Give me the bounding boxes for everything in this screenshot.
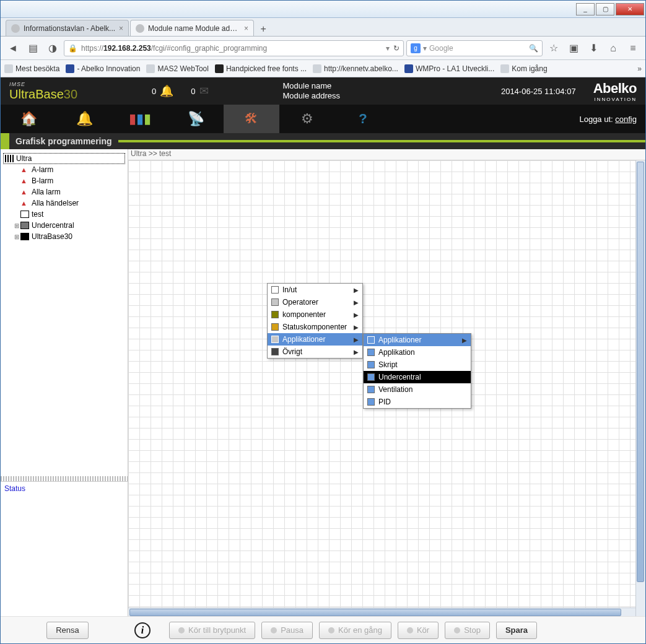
browser-tab[interactable]: Informationstavlan - Abelk... × [6, 20, 129, 36]
library-icon[interactable]: ▣ [565, 40, 582, 57]
nav-home[interactable]: 🏠 [1, 105, 56, 133]
alarm-badge[interactable]: 0🔔 [152, 84, 173, 98]
context-menu-item[interactable]: PID [364, 396, 471, 408]
section-title: Grafisk programmering [15, 136, 112, 146]
tree[interactable]: Ultra▲A-larm▲B-larm▲Alla larm▲Alla hände… [1, 149, 128, 476]
submenu-arrow-icon: ▶ [354, 349, 359, 355]
nav-settings[interactable]: ⚙ [279, 105, 335, 133]
tree-item[interactable]: ▲A-larm [3, 164, 125, 175]
tree-item[interactable]: ▲Alla händelser [3, 198, 125, 209]
window-close-button[interactable]: ✕ [616, 3, 644, 15]
nav-toolbar: ◄ ▤ ◑ 🔒 https://192.168.2.253/fcgi/#conf… [1, 37, 645, 60]
context-menu-item[interactable]: Skript [364, 359, 471, 371]
back-button[interactable]: ◄ [4, 40, 22, 57]
tree-panel: Ultra▲A-larm▲B-larm▲Alla larm▲Alla hände… [1, 149, 128, 617]
tab-close-icon[interactable]: × [119, 24, 123, 33]
url-bar[interactable]: 🔒 https://192.168.2.253/fcgi/#config_gra… [64, 40, 404, 56]
shield-icon[interactable]: ◑ [44, 40, 61, 57]
context-menu-item[interactable]: Applikationer▶ [268, 333, 362, 346]
expand-icon[interactable]: ⊞ [14, 222, 20, 229]
bookmarks-bar: Mest besökta - Abelko Innovation MAS2 We… [1, 60, 645, 77]
bookmark-item[interactable]: Handpicked free fonts ... [215, 64, 307, 73]
bookmark-item[interactable]: Mest besökta [4, 64, 59, 73]
dropdown-icon[interactable]: ▾ [423, 44, 427, 53]
context-menu-item[interactable]: Övrigt▶ [268, 346, 362, 358]
tree-item[interactable]: ▲Alla larm [3, 186, 125, 198]
window-maximize-button[interactable]: ▢ [596, 3, 614, 15]
context-submenu[interactable]: Applikationer▶ApplikationSkriptUndercent… [363, 333, 471, 409]
bookmark-item[interactable]: MAS2 WebTool [146, 64, 208, 73]
context-menu-item[interactable]: In/ut▶ [268, 284, 362, 296]
search-box[interactable]: g ▾ Google 🔍 [406, 40, 543, 56]
status-dot-icon [328, 627, 334, 633]
tree-item[interactable]: test [3, 209, 125, 220]
bookmark-item[interactable]: WMPro - LA1 Utveckli... [404, 64, 494, 73]
sidebar-button[interactable]: ▤ [24, 40, 41, 57]
context-menu[interactable]: In/ut▶Operatorer▶komponenter▶Statuskompo… [267, 283, 363, 359]
save-button[interactable]: Spara [496, 622, 537, 639]
brand-logo: Abelko INNOVATION [593, 80, 637, 102]
vertical-scrollbar[interactable] [635, 160, 645, 617]
context-menu-item[interactable]: Operatorer▶ [268, 296, 362, 308]
product-logo: IMSE UltraBase30 [9, 81, 77, 102]
run-breakpoint-button[interactable]: Kör till brytpunkt [169, 622, 255, 639]
stop-button[interactable]: Stop [445, 622, 490, 639]
reload-icon[interactable]: ↻ [393, 44, 399, 53]
context-menu-item[interactable]: Statuskomponenter▶ [268, 321, 362, 333]
mail-badge[interactable]: 0✉ [191, 84, 208, 98]
tab-favicon [136, 24, 144, 33]
star-icon[interactable]: ☆ [545, 40, 562, 57]
new-tab-button[interactable]: + [255, 22, 271, 36]
logout-link[interactable]: config [615, 115, 637, 124]
tree-item[interactable]: ⊞UltraBase30 [3, 231, 125, 242]
bookmarks-overflow-icon[interactable]: » [637, 64, 642, 73]
tree-item-label: Alla händelser [32, 199, 79, 207]
context-menu-item[interactable]: komponenter▶ [268, 308, 362, 321]
context-menu-item[interactable]: Undercentral [364, 371, 471, 383]
dropdown-icon[interactable]: ▾ [386, 44, 390, 53]
context-menu-item[interactable]: Applikation [364, 346, 471, 359]
bookmark-item[interactable]: Kom igång [500, 64, 547, 73]
menu-icon[interactable]: ≡ [624, 40, 642, 57]
tree-item[interactable]: ⊞Undercentral [3, 220, 125, 231]
expand-icon[interactable]: ⊞ [14, 233, 20, 240]
striped-icon [5, 155, 14, 162]
canvas[interactable]: In/ut▶Operatorer▶komponenter▶Statuskompo… [128, 160, 645, 617]
bookmark-icon [215, 64, 224, 73]
tree-item-label: UltraBase30 [32, 232, 72, 241]
bookmark-item[interactable]: http://kennetv.abelko... [313, 64, 398, 73]
color-box-icon [271, 336, 279, 343]
bookmark-item[interactable]: - Abelko Innovation [66, 64, 140, 73]
window-minimize-button[interactable]: _ [576, 3, 595, 15]
info-icon[interactable]: i [134, 622, 151, 638]
tree-item[interactable]: Ultra [3, 153, 125, 164]
pause-button[interactable]: Pausa [261, 622, 313, 639]
tree-item[interactable]: ▲B-larm [3, 175, 125, 186]
home-icon[interactable]: ⌂ [605, 40, 622, 57]
menu-item-label: Ventilation [378, 385, 412, 394]
submenu-arrow-icon: ▶ [354, 287, 359, 294]
context-menu-item[interactable]: Ventilation [364, 383, 471, 396]
search-icon[interactable]: 🔍 [529, 44, 538, 53]
color-box-icon [367, 361, 375, 368]
nav-antenna[interactable]: 📡 [168, 105, 224, 133]
color-box-icon [367, 398, 375, 406]
run-once-button[interactable]: Kör en gång [319, 622, 391, 639]
submenu-arrow-icon: ▶ [354, 311, 359, 318]
nav-charts[interactable]: ▮▮▮ [112, 105, 168, 133]
nav-help[interactable]: ? [335, 105, 391, 133]
clear-button[interactable]: Rensa [46, 622, 89, 639]
splitter[interactable] [1, 476, 128, 481]
nav-config[interactable]: 🛠 [224, 105, 279, 133]
color-box-icon [367, 336, 375, 344]
status-dot-icon [407, 627, 413, 633]
search-provider-icon: g [411, 43, 421, 53]
run-button[interactable]: Kör [398, 622, 439, 639]
context-menu-item[interactable]: Applikationer▶ [364, 334, 471, 346]
browser-tab[interactable]: Module name Module address ... × [130, 20, 254, 36]
download-icon[interactable]: ⬇ [585, 40, 602, 57]
color-box-icon [367, 349, 375, 356]
tab-close-icon[interactable]: × [244, 24, 248, 33]
nav-alarms[interactable]: 🔔 [56, 105, 112, 133]
section-header: Grafisk programmering [1, 133, 645, 149]
